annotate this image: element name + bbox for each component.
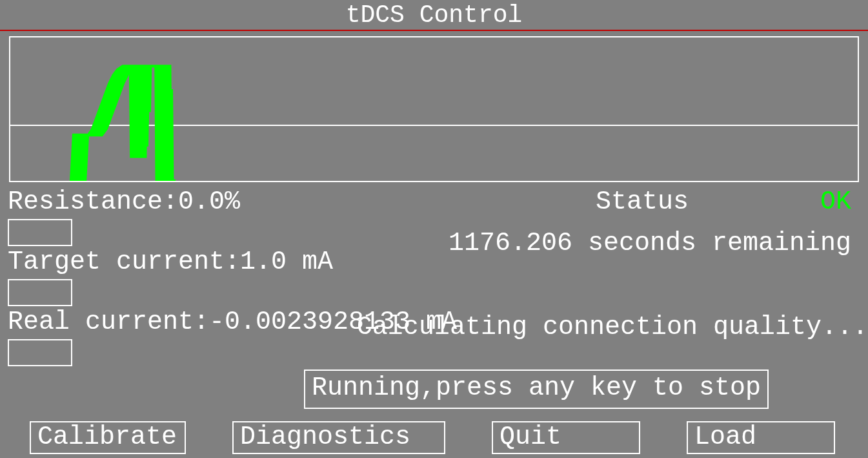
remaining-unit: seconds remaining	[588, 229, 851, 258]
title-divider	[0, 30, 868, 31]
running-status-box[interactable]: Running,press any key to stop	[304, 370, 769, 409]
connection-quality-msg: Calculating connection quality...	[357, 313, 868, 342]
remaining-value: 1176.206	[449, 229, 572, 258]
calibrate-button[interactable]: Calibrate	[30, 421, 186, 454]
real-current-label: Real current:	[8, 307, 209, 337]
signal-trace	[78, 66, 176, 181]
status-line: Status OK	[596, 187, 851, 216]
target-current-value: 1.0 mA	[240, 247, 333, 276]
target-current-label: Target current:	[8, 247, 240, 276]
diagnostics-button[interactable]: Diagnostics	[232, 421, 445, 454]
resistance-label: Resistance:	[8, 187, 178, 216]
status-value: OK	[820, 187, 851, 216]
button-row: Calibrate Diagnostics Quit Load	[30, 421, 835, 454]
resistance-bar	[8, 219, 72, 246]
quit-button[interactable]: Quit	[492, 421, 640, 454]
real-current-bar	[8, 339, 72, 366]
load-button[interactable]: Load	[687, 421, 835, 454]
resistance-row: Resistance:0.0%	[8, 187, 459, 216]
time-remaining: 1176.206 seconds remaining	[449, 229, 851, 258]
target-current-row: Target current:1.0 mA	[8, 247, 459, 276]
resistance-value: 0.0%	[178, 187, 240, 216]
page-title: tDCS Control	[0, 0, 868, 30]
chart-svg	[10, 37, 858, 181]
signal-chart	[9, 36, 859, 182]
status-label: Status	[596, 187, 689, 216]
target-current-bar	[8, 279, 72, 306]
